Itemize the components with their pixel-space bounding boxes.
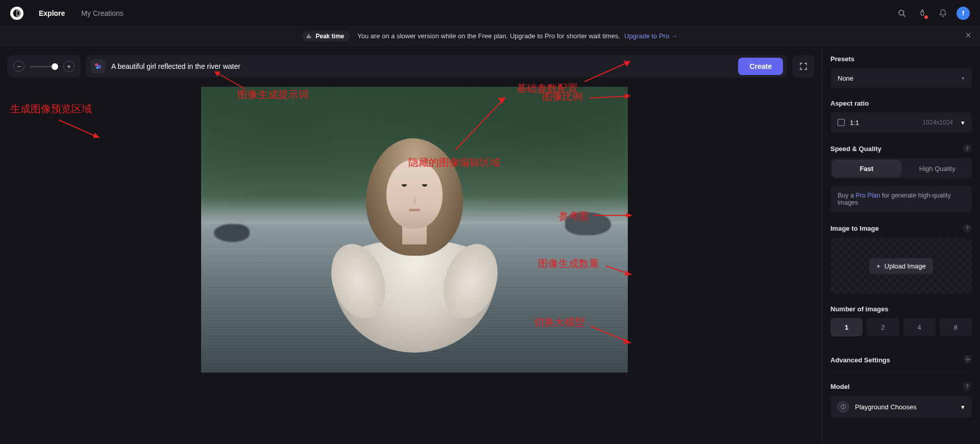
notifications-button[interactable] [934,5,951,22]
help-button[interactable]: ? [963,382,972,391]
prompt-style-button[interactable] [91,59,105,73]
aspect-square-icon [838,119,845,126]
model-select[interactable]: Playground Chooses ▾ [830,396,972,417]
flame-button[interactable] [914,5,931,22]
help-button[interactable]: ? [963,144,972,153]
svg-marker-10 [626,213,632,218]
svg-point-13 [967,358,969,360]
peak-time-tag: Peak time [302,31,350,41]
aspect-select[interactable]: 1:1 1024x1024 ▾ [830,112,972,133]
num-8-button[interactable]: 8 [940,318,972,336]
generated-image[interactable] [201,87,628,373]
svg-marker-9 [498,97,505,104]
num-images-label: Number of images [830,305,972,313]
zoom-control: − + [7,55,81,78]
svg-point-1 [899,10,904,15]
speed-hq-button[interactable]: High Quality [903,158,972,179]
header: Explore My Creations f [0,0,980,27]
prompt-bar: Create [86,55,787,78]
settings-sidebar: Presets None ▾ Aspect ratio 1:1 1024x102… [822,46,980,444]
model-label: Model ? [830,382,972,391]
presets-select[interactable]: None ▾ [830,68,972,88]
bell-icon [939,9,947,17]
num-4-button[interactable]: 4 [903,318,936,336]
nav-explore[interactable]: Explore [39,9,65,17]
toolbar: − + Create [7,53,822,80]
presets-label: Presets [830,55,972,63]
main-area: − + Create [0,46,980,444]
logo-icon [12,9,21,18]
help-button[interactable]: ? [963,224,972,233]
create-button[interactable]: Create [738,58,783,75]
num-images-group: 1 2 4 8 [830,318,972,336]
advanced-settings-toggle[interactable]: Advanced Settings [830,348,972,373]
zoom-in-button[interactable]: + [63,61,75,72]
model-icon [838,401,849,412]
zoom-thumb[interactable] [52,63,58,70]
upsell-banner: Buy a Pro Plan for generate high-quality… [830,186,972,212]
banner-text: You are on a slower version while on the… [357,32,620,40]
svg-marker-12 [624,338,631,344]
user-avatar[interactable]: f [957,7,970,20]
speed-fast-button[interactable]: Fast [832,160,901,177]
preview-area [7,80,822,444]
aspect-dimensions: 1024x1024 [923,119,953,126]
chevron-down-icon: ▾ [962,75,965,82]
model-value: Playground Chooses [855,403,917,411]
notification-dot [924,15,928,19]
search-icon [897,9,906,18]
canvas-area: − + Create [0,46,822,444]
presets-value: None [838,75,853,82]
aspect-label: Aspect ratio [830,100,972,107]
i2i-label: Image to Image ? [830,224,972,233]
gear-icon [964,355,972,365]
sparkle-icon [93,62,103,71]
expand-icon [799,62,808,71]
zoom-slider[interactable] [30,66,58,67]
close-icon [965,32,972,39]
upload-dropzone[interactable]: + Upload Image [830,238,972,294]
zoom-out-button[interactable]: − [13,61,24,72]
chart-icon [306,33,312,39]
expand-button[interactable] [792,55,815,78]
pro-plan-link[interactable]: Pro Plan [855,192,880,199]
upload-image-button[interactable]: + Upload Image [869,258,933,274]
upgrade-link[interactable]: Upgrade to Pro → [624,32,678,40]
aspect-ratio-value: 1:1 [850,119,859,127]
num-2-button[interactable]: 2 [867,318,899,336]
speed-quality-toggle: Fast High Quality [830,158,972,179]
app-logo[interactable] [10,7,23,20]
plus-icon: + [876,262,880,270]
search-button[interactable] [893,5,911,22]
banner-close-button[interactable] [965,31,972,41]
chevron-down-icon: ▾ [961,119,965,127]
speed-quality-label: Speed & Quality ? [830,144,972,153]
chevron-down-icon: ▾ [961,403,965,411]
num-1-button[interactable]: 1 [830,318,863,336]
svg-marker-8 [625,93,630,99]
upgrade-banner: Peak time You are on a slower version wh… [0,27,980,46]
svg-marker-11 [625,270,631,276]
prompt-input[interactable] [111,62,732,70]
nav-my-creations[interactable]: My Creations [81,9,123,17]
svg-point-4 [96,67,99,69]
